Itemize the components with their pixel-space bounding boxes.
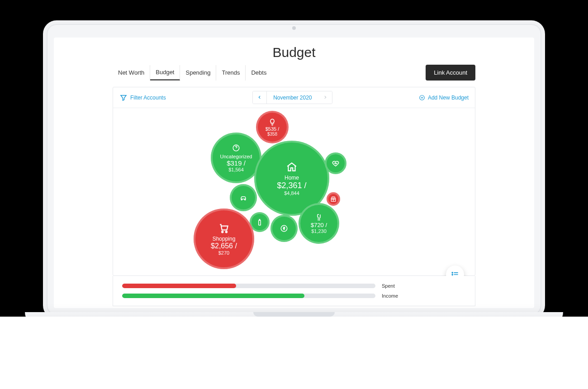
bubble-food[interactable]: $720 / $1,230	[299, 203, 339, 244]
bubble-limit: $270	[218, 250, 229, 256]
heart-icon	[332, 159, 340, 167]
bubble-limit: $1,564	[228, 167, 244, 172]
laptop-camera	[292, 26, 296, 30]
bubble-health[interactable]	[325, 152, 346, 174]
bubble-amount: $720 /	[311, 222, 327, 228]
cart-icon	[218, 222, 230, 234]
page-title: Budget	[54, 45, 534, 60]
tab-spending[interactable]: Spending	[180, 65, 216, 81]
bubble-gifts[interactable]	[327, 192, 340, 206]
svg-point-8	[452, 274, 453, 275]
income-bar-fill	[122, 294, 304, 298]
tab-net-worth[interactable]: Net Worth	[113, 65, 150, 81]
add-new-budget-label: Add New Budget	[428, 95, 469, 101]
filter-accounts-label: Filter Accounts	[130, 95, 166, 101]
panel-toolbar: Filter Accounts November 2020 Add New	[113, 87, 475, 108]
month-navigator: November 2020	[252, 91, 332, 104]
income-bar-track	[122, 294, 375, 298]
chevron-right-icon	[323, 95, 327, 100]
budget-panel: Filter Accounts November 2020 Add New	[113, 87, 475, 276]
summary-bars: Spent Income	[113, 276, 475, 306]
svg-point-5	[222, 231, 223, 232]
personal-care-icon	[256, 218, 264, 226]
income-bar-row: Income	[122, 293, 434, 299]
home-icon	[286, 161, 298, 173]
month-label[interactable]: November 2020	[267, 92, 318, 104]
add-new-budget-link[interactable]: Add New Budget	[419, 95, 469, 101]
bubble-limit: $4,844	[284, 190, 299, 196]
next-month-button[interactable]	[318, 91, 332, 104]
chevron-left-icon	[257, 95, 262, 100]
bulb-icon	[268, 118, 276, 126]
app-screen: Budget Net Worth Budget Spending Trends …	[54, 38, 534, 308]
filter-icon	[119, 94, 128, 102]
svg-point-7	[452, 272, 453, 273]
gift-icon	[330, 196, 337, 202]
bubble-amount: $2,361 /	[277, 181, 306, 190]
bubble-amount: $2,656 /	[211, 242, 237, 250]
bubble-amount: $535 /	[266, 126, 280, 132]
svg-point-6	[226, 231, 227, 232]
bubble-chart: $535 / $358 Uncategorized $319 / $1,564 …	[113, 108, 475, 275]
spent-bar-fill	[122, 284, 236, 288]
laptop-deck	[25, 312, 563, 326]
plus-circle-icon	[419, 95, 425, 101]
bubble-category: Uncategorized	[220, 154, 252, 159]
svg-rect-3	[259, 220, 261, 225]
tab-budget[interactable]: Budget	[150, 65, 180, 81]
dollar-icon	[280, 224, 288, 232]
bubble-limit: $1,230	[311, 228, 327, 234]
bubble-limit: $358	[267, 132, 277, 137]
question-icon	[232, 144, 240, 152]
prev-month-button[interactable]	[253, 91, 267, 104]
bubble-category: Home	[285, 175, 299, 181]
spent-bar-row: Spent	[122, 283, 434, 289]
bubble-category: Shopping	[213, 236, 236, 242]
bubble-fees[interactable]	[270, 215, 298, 242]
tab-trends[interactable]: Trends	[216, 65, 246, 81]
nav-tabs: Net Worth Budget Spending Trends Debts	[113, 65, 272, 81]
car-icon	[239, 194, 247, 202]
top-bar: Net Worth Budget Spending Trends Debts L…	[54, 65, 534, 81]
bubble-auto[interactable]	[230, 184, 257, 211]
spent-bar-label: Spent	[382, 283, 395, 289]
income-bar-label: Income	[382, 293, 398, 299]
link-account-button[interactable]: Link Account	[426, 65, 475, 81]
spent-bar-track	[122, 284, 375, 288]
tab-debts[interactable]: Debts	[246, 65, 272, 81]
laptop-frame: Budget Net Worth Budget Spending Trends …	[43, 20, 545, 319]
utensils-icon	[315, 213, 323, 222]
filter-accounts-link[interactable]: Filter Accounts	[119, 94, 166, 102]
bubble-utilities[interactable]: $535 / $358	[256, 111, 289, 143]
bubble-shopping[interactable]: Shopping $2,656 / $270	[194, 209, 254, 269]
bubble-amount: $319 /	[227, 159, 246, 167]
